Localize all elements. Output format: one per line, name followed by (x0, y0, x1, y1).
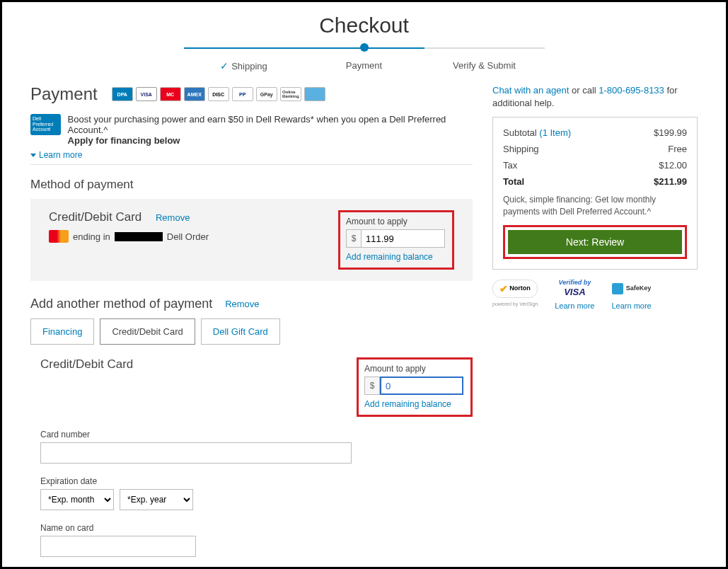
payment-method-tabs: Financing Credit/Debit Card Dell Gift Ca… (30, 318, 473, 345)
step-verify: Verify & Submit (424, 43, 545, 71)
method-heading: Method of payment (30, 178, 473, 192)
online-banking-icon: OnlineBanking (280, 87, 301, 101)
verified-by-visa-badge: Verified byVISA Learn more (555, 280, 594, 311)
gpay-icon: GPay (256, 87, 277, 101)
discover-icon: DISC (208, 87, 229, 101)
tax-label: Tax (503, 160, 517, 171)
tab-credit-debit[interactable]: Credit/Debit Card (100, 318, 195, 345)
add-another-heading: Add another method of payment (30, 297, 212, 311)
step-payment: Payment (304, 43, 424, 71)
credit-form-title: Credit/Debit Card (40, 357, 133, 372)
tab-financing[interactable]: Financing (30, 318, 94, 345)
name-on-card-label: Name on card (40, 523, 473, 533)
masked-card-number (115, 232, 163, 241)
next-review-highlight: Next: Review (503, 225, 687, 259)
amount-input-1[interactable] (362, 229, 445, 248)
total-label: Total (503, 176, 524, 187)
dell-preferred-icon: DPA (112, 87, 133, 101)
exp-year-select[interactable]: *Exp. year (120, 489, 193, 510)
financing-promo-text: Quick, simple financing: Get low monthly… (503, 194, 687, 218)
page-title: Checkout (30, 13, 698, 38)
name-on-card-input[interactable] (40, 536, 196, 557)
subtotal-value: $199.99 (654, 127, 687, 138)
currency-symbol: $ (346, 229, 362, 248)
mastercard-small-icon (49, 230, 69, 243)
item-count-link[interactable]: (1 Item) (539, 127, 571, 138)
step-shipping[interactable]: ✓Shipping (184, 43, 304, 71)
add-remaining-balance-2[interactable]: Add remaining balance (364, 399, 465, 409)
trust-badges: ✔Norton powered by VeriSign Verified byV… (492, 280, 698, 311)
amount-to-apply-box-2: Amount to apply $ Add remaining balance (357, 357, 473, 417)
saved-card-title: Credit/Debit Card (49, 210, 141, 224)
saved-card-box: Credit/Debit Card Remove ending in Dell … (30, 199, 473, 281)
amount-input-2[interactable] (380, 377, 463, 395)
amount-label-2: Amount to apply (364, 364, 465, 374)
learn-more-toggle[interactable]: Learn more (30, 150, 473, 160)
dell-preferred-badge: Dell Preferred Account (30, 114, 61, 135)
ending-in-suffix: Dell Order (167, 231, 209, 242)
expiration-label: Expiration date (40, 476, 473, 486)
chat-with-agent-link[interactable]: Chat with an agent (492, 85, 569, 96)
shipping-value: Free (668, 144, 687, 154)
promo-apply: Apply for financing below (68, 135, 473, 146)
next-review-button[interactable]: Next: Review (508, 230, 682, 254)
accepted-cards: DPA VISA MC AMEX DISC PP GPay OnlineBank… (112, 87, 325, 101)
card-number-label: Card number (40, 430, 473, 439)
support-phone-link[interactable]: 1-800-695-8133 (599, 85, 664, 96)
amex-icon: AMEX (184, 87, 205, 101)
amex-square-icon (612, 283, 623, 294)
remove-additional-link[interactable]: Remove (225, 299, 259, 309)
remove-card-link[interactable]: Remove (156, 212, 190, 223)
currency-symbol-2: $ (364, 377, 380, 395)
norton-badge: ✔Norton powered by VeriSign (492, 280, 538, 307)
order-summary: Subtotal (1 Item) $199.99 Shipping Free … (492, 117, 698, 270)
check-icon: ✓ (220, 60, 229, 71)
add-remaining-balance-1[interactable]: Add remaining balance (346, 252, 446, 262)
subtotal-label: Subtotal (503, 127, 537, 138)
chevron-down-icon (30, 154, 36, 157)
financing-promo: Dell Preferred Account Boost your purcha… (30, 114, 473, 165)
total-value: $211.99 (654, 176, 687, 187)
exp-month-select[interactable]: *Exp. month (40, 489, 114, 510)
visa-icon: VISA (136, 87, 157, 101)
tab-gift-card[interactable]: Dell Gift Card (201, 318, 280, 345)
checkout-stepper: ✓Shipping Payment Verify & Submit (30, 43, 698, 71)
paypal-icon: PP (232, 87, 253, 101)
payment-heading: Payment (30, 84, 98, 104)
safekey-learn-more[interactable]: Learn more (611, 301, 651, 311)
tax-value: $12.00 (659, 160, 687, 171)
amount-to-apply-box-1: Amount to apply $ Add remaining balance (338, 210, 454, 270)
vbv-learn-more[interactable]: Learn more (555, 301, 594, 311)
mastercard-icon: MC (160, 87, 181, 101)
checkmark-icon: ✔ (499, 282, 508, 295)
card-number-input[interactable] (40, 442, 352, 464)
shipping-label: Shipping (503, 144, 539, 154)
safekey-badge: SafeKey Learn more (611, 280, 651, 311)
promo-text: Boost your purchasing power and earn $50… (68, 114, 473, 135)
prepaid-icon (304, 87, 325, 101)
ending-in-prefix: ending in (73, 231, 110, 242)
amount-label-1: Amount to apply (346, 217, 446, 226)
help-text: Chat with an agent or call 1-800-695-813… (492, 84, 698, 110)
